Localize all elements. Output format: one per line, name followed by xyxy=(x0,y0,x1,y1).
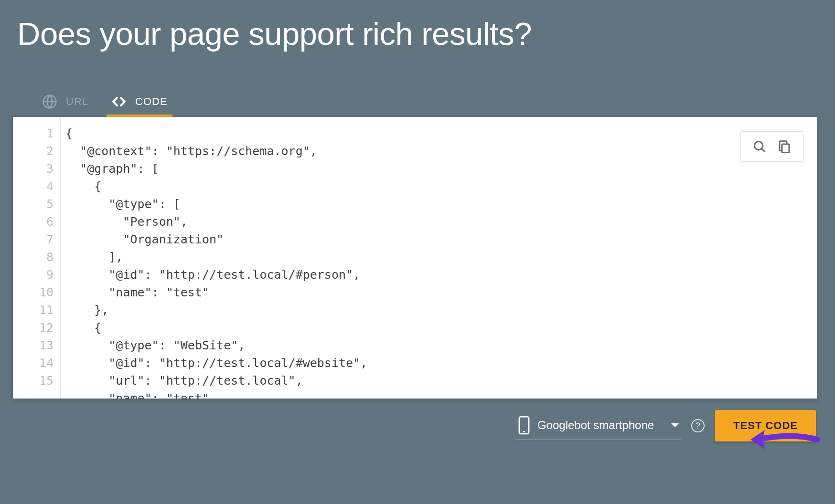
crawler-selected-label: Googlebot smartphone xyxy=(537,419,654,432)
tab-code-label: CODE xyxy=(135,95,168,108)
crawler-selector[interactable]: Googlebot smartphone xyxy=(515,412,681,440)
line-number: 14 xyxy=(13,354,54,372)
svg-rect-3 xyxy=(782,144,789,153)
chevron-down-icon xyxy=(671,423,679,427)
code-textarea[interactable]: { "@context": "https://schema.org", "@gr… xyxy=(61,117,817,399)
line-number: 8 xyxy=(13,248,54,266)
code-editor-panel: 1 2 3 4 5 6 7 8 9 10 11 12 13 14 15 { "@… xyxy=(13,117,817,399)
line-number: 9 xyxy=(13,266,54,284)
line-number: 7 xyxy=(13,231,54,248)
line-number: 11 xyxy=(13,301,54,319)
line-number: 2 xyxy=(13,142,54,160)
code-toolbar xyxy=(740,131,803,162)
search-icon[interactable] xyxy=(752,139,767,154)
line-number: 10 xyxy=(13,284,54,301)
line-number: 6 xyxy=(13,213,54,231)
line-number: 13 xyxy=(13,336,54,354)
line-number: 5 xyxy=(13,195,54,213)
smartphone-icon xyxy=(517,416,531,435)
tab-bar: URL CODE xyxy=(0,52,835,116)
copy-icon[interactable] xyxy=(777,139,792,154)
svg-point-1 xyxy=(754,141,763,150)
line-number: 1 xyxy=(13,125,54,142)
line-number-gutter: 1 2 3 4 5 6 7 8 9 10 11 12 13 14 15 xyxy=(13,117,61,399)
svg-line-2 xyxy=(762,149,765,152)
tab-url[interactable]: URL xyxy=(42,94,88,116)
page-title: Does your page support rich results? xyxy=(0,0,835,52)
line-number: 4 xyxy=(13,178,54,195)
help-icon[interactable]: ? xyxy=(691,419,705,432)
tab-url-label: URL xyxy=(66,95,88,108)
test-code-button[interactable]: TEST CODE xyxy=(715,410,816,441)
line-number: 12 xyxy=(13,319,54,336)
line-number: 15 xyxy=(13,372,54,389)
code-brackets-icon xyxy=(111,94,127,109)
bottom-bar: Googlebot smartphone ? TEST CODE xyxy=(0,399,835,441)
globe-icon xyxy=(42,94,57,109)
line-number: 3 xyxy=(13,160,54,178)
tab-code[interactable]: CODE xyxy=(111,94,168,116)
